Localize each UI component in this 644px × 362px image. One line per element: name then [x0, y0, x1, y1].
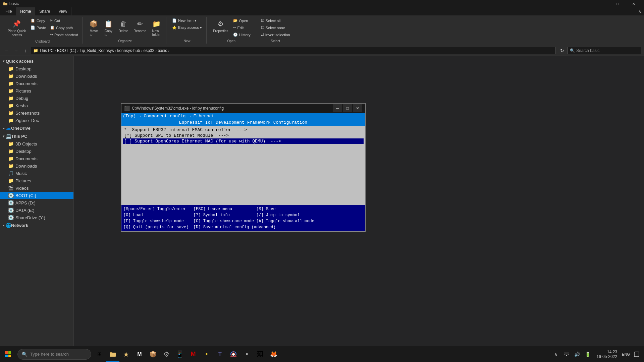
sidebar-label-pictures-qa: Pictures	[15, 88, 31, 94]
up-button[interactable]: ↑	[21, 47, 30, 55]
sidebar-label-kesha-qa: Kesha	[15, 103, 28, 108]
paste-button[interactable]: 📄 Paste	[29, 24, 48, 31]
tray-arrow[interactable]: ∧	[551, 350, 560, 359]
back-button[interactable]: ←	[3, 47, 11, 55]
taskbar-star-icon[interactable]: ★	[119, 346, 133, 362]
folder-icon: 📁	[8, 178, 13, 183]
taskbar-chrome-icon[interactable]	[227, 346, 240, 362]
cmd-minimize-button[interactable]: ─	[333, 104, 342, 112]
taskbar-m1-icon[interactable]: M	[133, 346, 146, 362]
forward-button[interactable]: →	[12, 47, 20, 55]
sidebar-item-documents-qa[interactable]: 📁 Documents	[0, 80, 73, 87]
tab-share[interactable]: Share	[35, 7, 54, 15]
sidebar-item-documents-pc[interactable]: 📁 Documents	[0, 155, 73, 162]
start-button[interactable]	[0, 346, 16, 362]
ribbon-tabs: File Home Share View ∧	[0, 7, 644, 15]
sidebar-item-desktop-qa[interactable]: 📁 Desktop	[0, 65, 73, 72]
sidebar-item-apps-d[interactable]: 💽 APPS (D:)	[0, 199, 73, 206]
sidebar-item-3dobjects[interactable]: 📁 3D Objects	[0, 140, 73, 147]
history-button[interactable]: 🕐 History	[231, 32, 252, 38]
thispc-header[interactable]: ▾ 💻 This PC	[0, 132, 73, 140]
sidebar-item-sharedrive[interactable]: 💽 ShareDrive (Y:)	[0, 214, 73, 221]
taskbar-sticky-icon[interactable]: ▪	[200, 346, 213, 362]
sidebar-item-downloads-qa[interactable]: 📁 Downloads	[0, 72, 73, 80]
sidebar-item-videos[interactable]: 🎬 Videos	[0, 184, 73, 192]
taskbar-explorer-icon[interactable]	[106, 346, 119, 362]
folder-icon: 📁	[8, 81, 13, 86]
cmd-menu-item-2[interactable]: [ ] Support OpenCores Ethernet MAC (for …	[123, 138, 364, 144]
taskbar-search-box[interactable]: 🔍 Type here to search	[17, 349, 91, 360]
edit-label: Edit	[237, 26, 244, 30]
sidebar-item-screenshots-qa[interactable]: 📁 Screenshots	[0, 109, 73, 117]
tab-file[interactable]: File	[1, 7, 16, 15]
copy-path-button[interactable]: 📋 Copy path	[48, 24, 79, 31]
refresh-button[interactable]: ↻	[558, 47, 566, 55]
taskbar-gear-icon[interactable]: ⚙	[160, 346, 173, 362]
sidebar-label-boot-c: BOOT (C:)	[15, 193, 36, 198]
taskbar-m2-icon[interactable]: M	[186, 346, 200, 362]
taskbar-phone-icon[interactable]: 📱	[173, 346, 186, 362]
move-to-button[interactable]: 📦 Moveto	[87, 17, 101, 38]
path-part-3: konnsys-hub	[117, 48, 140, 53]
title-bar: basic ─ □ ✕	[0, 0, 644, 7]
sidebar-item-downloads-pc[interactable]: 📁 Downloads	[0, 162, 73, 170]
tab-home[interactable]: Home	[16, 7, 35, 15]
paste-shortcut-button[interactable]: ↪ Paste shortcut	[48, 32, 79, 38]
tab-view[interactable]: View	[54, 7, 71, 15]
network-header[interactable]: ▸ 🌐 Network	[0, 221, 73, 229]
taskbar-firefox-icon[interactable]: 🦊	[267, 346, 280, 362]
sidebar-item-pictures-pc[interactable]: 📁 Pictures	[0, 177, 73, 184]
taskbar-pkg-icon[interactable]: 📦	[146, 346, 160, 362]
quick-access-header[interactable]: ▾ Quick access	[0, 57, 73, 65]
onedrive-chevron: ▸	[3, 126, 4, 130]
properties-button[interactable]: ⚙ Properties	[211, 17, 231, 35]
search-box[interactable]: 🔍 Search basic	[568, 47, 641, 54]
sidebar-item-desktop-pc[interactable]: 📁 Desktop	[0, 147, 73, 155]
copy-path-icon: 📋	[50, 25, 55, 30]
minimize-button[interactable]: ─	[594, 0, 609, 7]
cmd-close-button[interactable]: ✕	[353, 104, 362, 112]
easy-access-button[interactable]: ⭐ Easy access ▾	[170, 24, 204, 31]
tray-language[interactable]: ENG	[621, 350, 631, 359]
pin-label: Pin to Quickaccess	[8, 29, 26, 37]
folder-icon: 📁	[8, 110, 13, 116]
sidebar-item-music[interactable]: 🎵 Music	[0, 170, 73, 177]
select-none-button[interactable]: ☐ Select none	[259, 24, 292, 31]
tray-volume-icon[interactable]: 🔊	[573, 350, 582, 359]
close-button[interactable]: ✕	[626, 0, 641, 7]
sidebar-item-zigbee-qa[interactable]: 📁 Zigbee_Doc	[0, 117, 73, 124]
sidebar-item-kesha-qa[interactable]: 📁 Kesha	[0, 102, 73, 109]
organize-items: 📦 Moveto 📋 Copyto 🗑 Delete ✏ Rename	[87, 17, 163, 39]
address-path[interactable]: 📁 This PC › BOOT (C:) › Tip_Build_Konnsy…	[31, 47, 555, 54]
delete-button[interactable]: 🗑 Delete	[116, 17, 130, 35]
path-part-4: esp32	[143, 48, 154, 53]
new-item-icon: 📄	[172, 18, 177, 23]
onedrive-header[interactable]: ▸ ☁ OneDrive	[0, 124, 73, 132]
cut-button[interactable]: ✂ Cut	[48, 17, 79, 24]
new-folder-button[interactable]: 📁 Newfolder	[149, 17, 163, 38]
pin-to-quick-access-button[interactable]: 📌 Pin to Quickaccess	[5, 17, 28, 39]
select-all-button[interactable]: ☑ Select all	[259, 17, 292, 24]
sidebar-item-pictures-qa[interactable]: 📁 Pictures	[0, 87, 73, 95]
taskbar-teams-icon[interactable]: T	[213, 346, 227, 362]
tray-battery-icon[interactable]: 🔋	[583, 350, 593, 359]
copy-to-button[interactable]: 📋 Copyto	[101, 17, 115, 38]
tray-notifications[interactable]	[632, 350, 641, 359]
open-button[interactable]: 📂 Open	[231, 17, 252, 24]
cmd-header-title: Espressif IoT Development Framework Conf…	[121, 119, 365, 126]
sidebar-item-debug-qa[interactable]: 📁 Debug	[0, 95, 73, 102]
maximize-button[interactable]: □	[610, 0, 625, 7]
taskbar-img-icon[interactable]: 🖼	[254, 346, 267, 362]
copy-button[interactable]: 📋 Copy	[29, 17, 48, 24]
cmd-maximize-button[interactable]: □	[343, 104, 352, 112]
new-item-button[interactable]: 📄 New item ▾	[170, 17, 204, 24]
tray-clock[interactable]: 14:23 16-05-2022	[594, 350, 620, 359]
taskbar-box-icon[interactable]: ▪	[240, 346, 254, 362]
sidebar-item-boot-c[interactable]: 💽 BOOT (C:)	[0, 192, 73, 199]
invert-selection-button[interactable]: ⇄ Invert selection	[259, 32, 292, 38]
rename-button[interactable]: ✏ Rename	[131, 17, 149, 35]
tray-network-icon[interactable]	[562, 350, 571, 359]
task-view-button[interactable]: ⊞	[93, 346, 106, 362]
sidebar-item-data-e[interactable]: 💽 DATA (E:)	[0, 206, 73, 214]
edit-button[interactable]: ✏ Edit	[231, 24, 252, 31]
